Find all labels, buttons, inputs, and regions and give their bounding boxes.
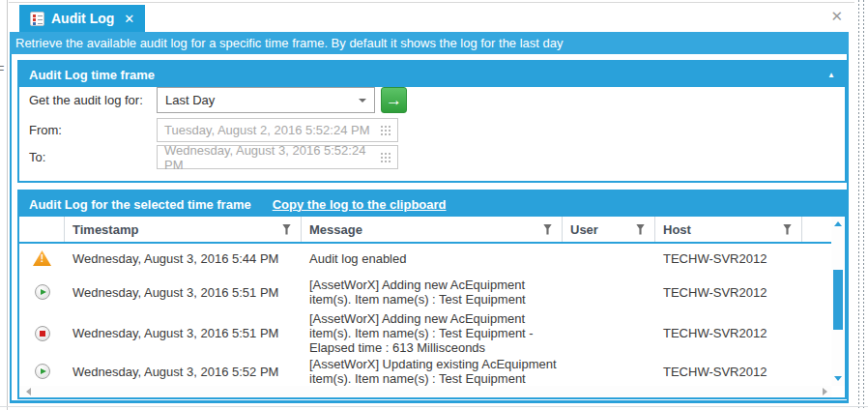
top-divider (0, 2, 868, 3)
table-row[interactable]: Wednesday, August 3, 2016 5:51 PM [Asset… (19, 311, 845, 355)
cell-host: TECHW-SVR2012 (655, 251, 802, 266)
filter-icon[interactable] (543, 224, 552, 235)
cell-timestamp: Wednesday, August 3, 2016 5:52 PM (65, 365, 302, 379)
stop-icon (35, 326, 50, 341)
column-label: Host (663, 222, 691, 237)
time-frame-panel: Audit Log time frame ▲ Get the audit log… (17, 60, 847, 183)
horizontal-scrollbar[interactable] (19, 386, 831, 397)
filter-icon[interactable] (282, 224, 291, 235)
column-label: Timestamp (72, 222, 138, 237)
table-row[interactable]: Wednesday, August 3, 2016 5:52 PM [Asset… (19, 355, 845, 388)
log-panel-header: Audit Log for the selected time frame Co… (19, 191, 845, 217)
log-table: Timestamp Message User Host (19, 217, 845, 397)
log-panel: Audit Log for the selected time frame Co… (17, 190, 847, 399)
table-row[interactable]: Wednesday, August 3, 2016 5:51 PM [Asset… (19, 273, 845, 311)
column-header-timestamp[interactable]: Timestamp (65, 217, 302, 242)
column-label: Message (309, 222, 362, 237)
date-picker-icon[interactable] (381, 126, 391, 135)
tab-close-icon[interactable]: ✕ (124, 12, 134, 26)
from-date-value: Tuesday, August 2, 2016 5:52:24 PM (164, 123, 369, 137)
info-bar: Retrieve the available audit log for a s… (10, 32, 849, 54)
cell-host: TECHW-SVR2012 (655, 365, 802, 379)
scroll-up-icon[interactable] (834, 221, 842, 226)
column-header-host[interactable]: Host (655, 217, 802, 242)
from-label: From: (29, 123, 62, 137)
play-icon (35, 364, 50, 379)
filter-icon[interactable] (783, 224, 792, 235)
audit-log-icon (30, 12, 44, 26)
vertical-scrollbar[interactable] (831, 217, 845, 386)
cell-message: [AssetWorX] Updating existing AcEquipmen… (302, 357, 563, 386)
vertical-scrollbar-thumb[interactable] (833, 270, 843, 330)
column-header-message[interactable]: Message (302, 217, 563, 242)
tab-audit-log[interactable]: Audit Log ✕ (19, 5, 145, 32)
warning-icon (33, 250, 51, 266)
from-date-field[interactable]: Tuesday, August 2, 2016 5:52:24 PM (157, 118, 398, 142)
time-frame-panel-title: Audit Log time frame (29, 68, 155, 82)
play-icon (35, 284, 50, 300)
collapse-arrow-icon[interactable]: ▲ (827, 71, 835, 79)
period-label: Get the audit log for: (29, 93, 143, 107)
cell-message: Audit log enabled (302, 251, 563, 266)
cell-timestamp: Wednesday, August 3, 2016 5:44 PM (65, 251, 302, 266)
left-edge-text-fragment: F (0, 64, 4, 77)
chevron-down-icon (359, 99, 366, 102)
period-selected-value: Last Day (165, 93, 215, 107)
cell-message: [AssetWorX] Adding new AcEquipment item(… (302, 311, 563, 355)
cell-host: TECHW-SVR2012 (655, 326, 802, 340)
tab-title: Audit Log (51, 11, 114, 26)
log-table-body: Wednesday, August 3, 2016 5:44 PM Audit … (19, 244, 845, 388)
to-label: To: (29, 150, 45, 164)
window-close-icon[interactable]: ✕ (830, 8, 843, 25)
log-table-header-row: Timestamp Message User Host (19, 217, 845, 244)
scroll-right-icon[interactable] (823, 388, 827, 395)
date-picker-icon[interactable] (381, 153, 391, 162)
cell-timestamp: Wednesday, August 3, 2016 5:51 PM (65, 326, 302, 340)
get-log-button[interactable]: → (381, 87, 407, 113)
to-date-value: Wednesday, August 3, 2016 5:52:24 PM (164, 143, 381, 172)
period-select[interactable]: Last Day (157, 87, 375, 113)
to-date-field[interactable]: Wednesday, August 3, 2016 5:52:24 PM (157, 145, 398, 169)
log-panel-title: Audit Log for the selected time frame (29, 197, 251, 212)
column-header-user[interactable]: User (563, 217, 655, 242)
right-arrow-icon: → (386, 91, 402, 110)
bottom-divider (0, 406, 868, 407)
scroll-down-icon[interactable] (834, 376, 842, 381)
left-edge-divider (7, 0, 8, 410)
copy-log-link[interactable]: Copy the log to the clipboard (273, 197, 447, 212)
cell-timestamp: Wednesday, August 3, 2016 5:51 PM (65, 285, 302, 300)
column-label: User (570, 222, 598, 237)
scroll-left-icon[interactable] (26, 388, 31, 395)
cell-message: [AssetWorX] Adding new AcEquipment item(… (302, 278, 563, 307)
column-header-icon[interactable] (19, 217, 65, 242)
time-frame-panel-header: Audit Log time frame ▲ (19, 62, 845, 87)
right-edge-splitter[interactable] (854, 0, 868, 410)
filter-icon[interactable] (636, 224, 645, 235)
table-row[interactable]: Wednesday, August 3, 2016 5:44 PM Audit … (19, 244, 845, 273)
cell-host: TECHW-SVR2012 (655, 285, 802, 300)
audit-log-window: F Audit Log ✕ ✕ Retrieve the available a… (0, 0, 868, 410)
